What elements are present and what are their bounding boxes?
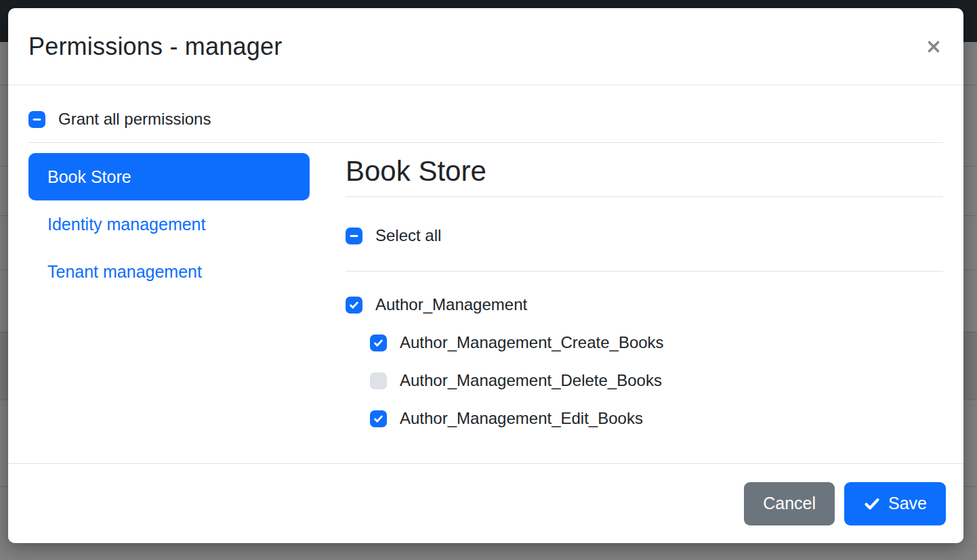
modal-header: Permissions - manager: [8, 8, 963, 85]
permission-row-create-books[interactable]: Author_Management_Create_Books: [370, 331, 943, 354]
close-button[interactable]: [920, 33, 947, 60]
group-heading: Book Store: [346, 156, 943, 187]
permission-label: Author_Management_Create_Books: [400, 333, 664, 352]
modal-title: Permissions - manager: [28, 33, 282, 61]
permission-label: Author_Management_Delete_Books: [400, 371, 662, 390]
save-button[interactable]: Save: [844, 482, 946, 525]
permission-tree: Author_Management Author_Management_Crea…: [346, 293, 943, 430]
permission-checkbox[interactable]: [370, 335, 387, 351]
grant-all-label: Grant all permissions: [58, 110, 211, 129]
cancel-button[interactable]: Cancel: [744, 482, 835, 525]
x-icon: [925, 38, 942, 56]
dash-icon: [348, 230, 360, 242]
permissions-modal: Permissions - manager Grant all permissi…: [8, 8, 963, 543]
permission-checkbox[interactable]: [370, 372, 387, 389]
divider: [28, 142, 943, 143]
save-label: Save: [888, 494, 927, 513]
tab-identity-management[interactable]: Identity management: [28, 200, 310, 248]
permission-checkbox[interactable]: [370, 410, 387, 427]
permission-row-edit-books[interactable]: Author_Management_Edit_Books: [370, 407, 943, 430]
check-icon: [348, 299, 360, 311]
tab-book-store[interactable]: Book Store: [28, 153, 310, 200]
permission-label: Author_Management_Edit_Books: [400, 409, 643, 428]
permission-checkbox[interactable]: [346, 297, 362, 314]
permission-row-delete-books[interactable]: Author_Management_Delete_Books: [370, 369, 943, 392]
permission-group-content: Book Store Select all Author_Management …: [346, 153, 943, 445]
check-icon: [373, 413, 384, 425]
permissions-columns: Book Store Identity management Tenant ma…: [28, 153, 943, 445]
grant-all-checkbox[interactable]: [28, 111, 45, 128]
select-all-row[interactable]: Select all: [346, 224, 943, 247]
divider: [346, 271, 943, 272]
select-all-label: Select all: [375, 226, 441, 245]
divider: [346, 196, 943, 197]
permission-label: Author_Management: [375, 295, 527, 314]
select-all-checkbox[interactable]: [346, 228, 362, 244]
check-icon: [373, 337, 384, 349]
check-icon: [863, 495, 881, 513]
permission-row-author-management[interactable]: Author_Management: [346, 293, 943, 316]
modal-footer: Cancel Save: [8, 463, 963, 543]
dash-icon: [31, 114, 43, 125]
permission-group-tabs: Book Store Identity management Tenant ma…: [28, 153, 310, 295]
grant-all-permissions-row[interactable]: Grant all permissions: [28, 108, 943, 131]
modal-body: Grant all permissions Book Store Identit…: [8, 108, 963, 445]
tab-tenant-management[interactable]: Tenant management: [28, 248, 310, 295]
